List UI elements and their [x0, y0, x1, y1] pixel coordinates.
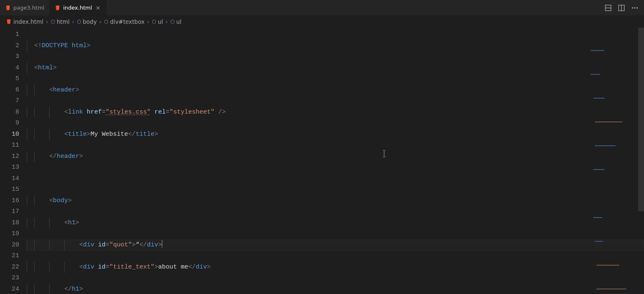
html5-icon	[6, 19, 12, 25]
tab-label: index.html	[63, 5, 92, 11]
breadcrumb-item[interactable]: ⬡ul	[170, 18, 181, 25]
more-icon[interactable]	[630, 3, 640, 13]
breadcrumb-item[interactable]: ⬡body	[77, 18, 97, 25]
html5-icon	[55, 5, 60, 11]
scrollbar-thumb[interactable]	[638, 28, 644, 211]
breadcrumb-item[interactable]: ⬡div#textbox	[104, 18, 144, 25]
close-icon[interactable]	[95, 5, 101, 11]
tab-actions	[599, 0, 644, 15]
html5-icon	[5, 5, 11, 11]
symbol-icon: ⬡	[50, 19, 55, 25]
svg-point-4	[632, 7, 633, 8]
line-number-gutter: 1 2 3 4 5 6 7 8 9 10 11 12 13 14 15 16 1…	[0, 28, 27, 294]
symbol-icon: ⬡	[152, 19, 156, 25]
svg-point-5	[634, 7, 636, 8]
breadcrumb: index.html › ⬡html › ⬡body › ⬡div#textbo…	[0, 16, 644, 28]
breadcrumb-item[interactable]: ⬡html	[50, 18, 69, 25]
chevron-right-icon: ›	[45, 18, 49, 25]
breadcrumb-item[interactable]: ⬡ul	[152, 18, 163, 25]
svg-point-6	[636, 7, 638, 8]
tab-label: page3.html	[13, 5, 44, 11]
chevron-right-icon: ›	[71, 18, 75, 25]
symbol-icon: ⬡	[77, 19, 81, 25]
text-cursor	[162, 240, 162, 248]
tab-bar: page3.html index.html	[0, 0, 644, 16]
chevron-right-icon: ›	[165, 18, 169, 25]
code-area[interactable]: <!DOCTYPE html> <html> <header> <link hr…	[27, 28, 644, 294]
editor[interactable]: 1 2 3 4 5 6 7 8 9 10 11 12 13 14 15 16 1…	[0, 28, 644, 294]
vertical-scrollbar[interactable]	[638, 28, 644, 294]
symbol-icon: ⬡	[104, 19, 108, 25]
tab-index[interactable]: index.html	[50, 0, 106, 15]
chevron-right-icon: ›	[98, 18, 102, 25]
tab-page3[interactable]: page3.html	[0, 0, 50, 15]
chevron-right-icon: ›	[146, 18, 150, 25]
split-right-icon[interactable]	[616, 3, 626, 13]
breadcrumb-item[interactable]: index.html	[6, 18, 43, 25]
symbol-icon: ⬡	[170, 19, 174, 25]
split-down-icon[interactable]	[603, 3, 613, 13]
